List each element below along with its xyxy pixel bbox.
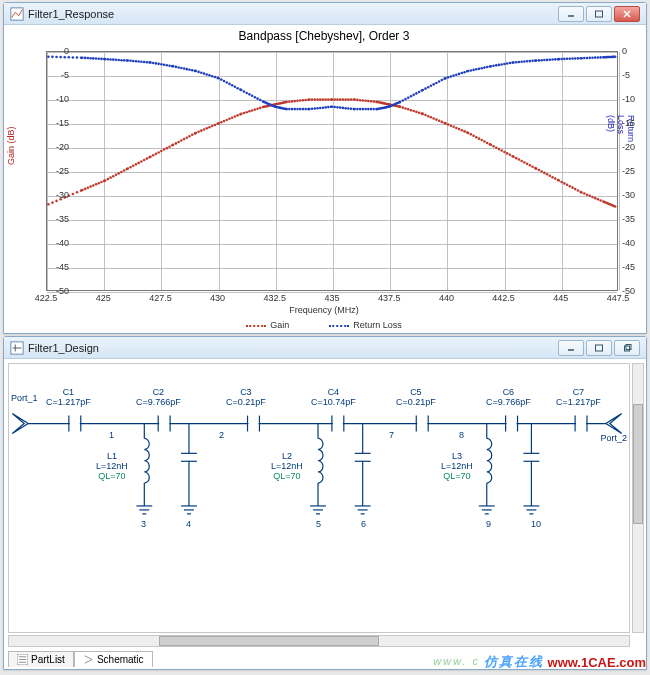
svg-point-456 [538, 59, 541, 62]
schematic-canvas[interactable]: C1C=1.217pFC2C=9.766pFC3C=0.21pFC4C=10.7… [8, 363, 630, 633]
svg-point-291 [168, 64, 171, 67]
cap-c1[interactable]: C1C=1.217pF [46, 388, 91, 408]
svg-point-354 [304, 108, 307, 111]
svg-point-198 [500, 149, 503, 152]
maximize-button[interactable] [586, 340, 612, 356]
svg-point-83 [256, 107, 259, 110]
node-number: 8 [459, 430, 464, 440]
svg-point-131 [353, 98, 356, 101]
minimize-button[interactable] [558, 340, 584, 356]
svg-point-45 [160, 150, 163, 153]
svg-point-255 [76, 56, 79, 59]
design-tabs: PartList Schematic [8, 647, 153, 667]
ind-l2[interactable]: L2L=12nHQL=70 [271, 452, 303, 482]
svg-point-460 [549, 58, 552, 61]
svg-point-356 [308, 108, 311, 111]
design-titlebar[interactable]: Filter1_Design [4, 337, 646, 359]
svg-point-159 [402, 106, 405, 109]
svg-point-431 [475, 68, 478, 71]
svg-point-315 [228, 83, 231, 86]
svg-point-14 [81, 189, 84, 192]
svg-point-30 [123, 169, 126, 172]
svg-point-413 [430, 85, 433, 88]
svg-point-204 [515, 157, 518, 160]
svg-point-432 [478, 67, 481, 70]
cap-c7[interactable]: C7C=1.217pF [556, 388, 601, 408]
svg-point-115 [313, 98, 316, 101]
svg-point-434 [483, 66, 486, 69]
svg-point-222 [560, 181, 563, 184]
xtick: 422.5 [35, 293, 58, 303]
svg-point-137 [370, 100, 373, 103]
minimize-button[interactable] [558, 6, 584, 22]
svg-point-126 [342, 98, 345, 101]
svg-point-29 [120, 171, 123, 174]
chart-area: Bandpass [Chebyshev], Order 3 Gain (dB) … [4, 25, 644, 333]
svg-point-6 [51, 201, 54, 204]
svg-point-136 [367, 100, 370, 103]
svg-point-234 [591, 196, 594, 199]
svg-point-19 [95, 183, 98, 186]
svg-point-69 [220, 121, 223, 124]
svg-point-39 [146, 157, 149, 160]
svg-point-379 [367, 108, 370, 111]
node-number: 3 [141, 519, 146, 529]
tab-partlist[interactable]: PartList [8, 651, 74, 667]
cap-c3[interactable]: C3C=0.21pF [226, 388, 266, 408]
ytick-right: -20 [622, 142, 650, 152]
svg-point-278 [135, 60, 138, 63]
svg-point-201 [509, 154, 512, 157]
cap-c4[interactable]: C4C=10.74pF [311, 388, 356, 408]
svg-point-227 [574, 188, 577, 191]
svg-point-16 [87, 186, 90, 189]
response-titlebar[interactable]: Filter1_Response [4, 3, 646, 25]
ind-l1[interactable]: L1L=12nHQL=70 [96, 452, 128, 482]
svg-point-423 [455, 73, 458, 76]
svg-point-419 [444, 77, 447, 80]
svg-point-372 [350, 107, 353, 110]
svg-point-452 [529, 60, 532, 63]
svg-point-276 [129, 60, 132, 63]
svg-point-289 [163, 63, 166, 66]
maximize-button[interactable] [586, 6, 612, 22]
svg-point-262 [95, 57, 98, 60]
svg-point-425 [460, 72, 463, 75]
cap-c2[interactable]: C2C=9.766pF [136, 388, 181, 408]
svg-point-286 [155, 62, 158, 65]
svg-point-438 [492, 65, 495, 68]
watermark-site-left: www. c [433, 655, 480, 667]
svg-point-408 [418, 91, 421, 94]
svg-point-374 [353, 108, 356, 111]
svg-point-475 [586, 57, 589, 60]
svg-point-114 [311, 98, 314, 101]
ytick-left: -30 [39, 190, 69, 200]
svg-point-297 [183, 67, 186, 70]
restore-button[interactable] [614, 340, 640, 356]
ind-l3[interactable]: L3L=12nHQL=70 [441, 452, 473, 482]
vertical-scrollbar[interactable] [632, 363, 644, 633]
svg-point-59 [195, 132, 198, 135]
svg-point-433 [480, 67, 483, 70]
svg-point-440 [498, 64, 501, 67]
svg-point-216 [546, 173, 549, 176]
ytick-left: -45 [39, 262, 69, 272]
svg-point-17 [89, 185, 92, 188]
svg-point-61 [200, 129, 203, 132]
svg-point-189 [478, 137, 481, 140]
close-button[interactable] [614, 6, 640, 22]
svg-point-317 [234, 85, 237, 88]
svg-point-236 [597, 198, 600, 201]
svg-point-465 [560, 58, 563, 61]
svg-point-182 [460, 129, 463, 132]
horizontal-scrollbar[interactable] [8, 635, 630, 647]
svg-point-191 [483, 140, 486, 143]
ytick-right: 0 [622, 46, 650, 56]
svg-point-33 [129, 166, 132, 169]
tab-schematic[interactable]: Schematic [74, 651, 153, 667]
plot-area[interactable] [46, 51, 618, 291]
cap-c5[interactable]: C5C=0.21pF [396, 388, 436, 408]
tab-partlist-label: PartList [31, 654, 65, 665]
svg-point-82 [254, 108, 257, 111]
cap-c6[interactable]: C6C=9.766pF [486, 388, 531, 408]
svg-point-213 [538, 169, 541, 172]
